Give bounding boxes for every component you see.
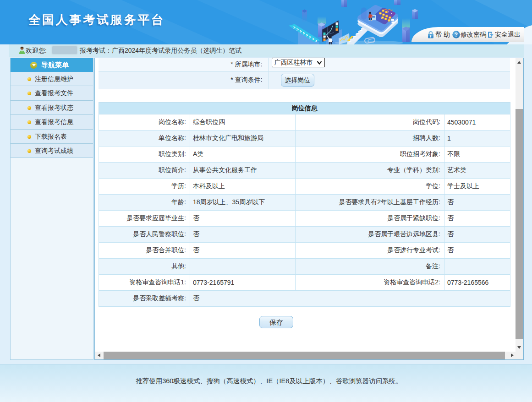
svg-text:?: ?	[455, 32, 458, 38]
